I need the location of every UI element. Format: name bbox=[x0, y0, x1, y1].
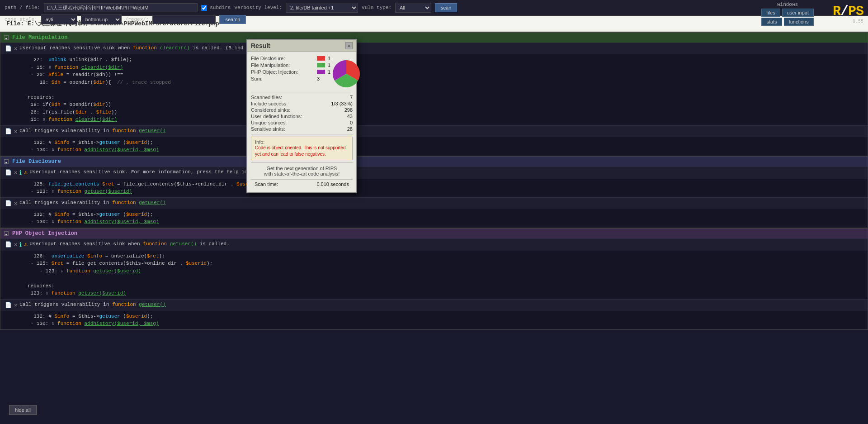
scanned-files-row: Scanned files: 7 bbox=[251, 95, 353, 100]
regex-label: /regex/: bbox=[125, 17, 149, 22]
rips-promo: Get the next generation of RIPS with sta… bbox=[251, 162, 353, 179]
file-disclosure-section: ▪ File Disclosure 📄 ✕ ℹ ⚓ Userinput reac… bbox=[0, 156, 868, 228]
vuln-label: vuln type: bbox=[362, 5, 392, 10]
functions-button[interactable]: functions bbox=[784, 18, 814, 26]
codestyle-label: code style: bbox=[5, 17, 38, 22]
path-label: path / file: bbox=[5, 5, 40, 10]
scan-button[interactable]: scan bbox=[435, 3, 457, 12]
considered-sinks-row: Considered sinks: 298 bbox=[251, 107, 353, 113]
pie-chart bbox=[330, 58, 362, 90]
file-disclosure-title: File Disclosure bbox=[12, 158, 61, 165]
doc-icon6[interactable]: 📄 bbox=[5, 302, 12, 309]
hide-all-button[interactable]: hide all bbox=[9, 405, 37, 415]
sum-row: Sum: 3 bbox=[251, 76, 330, 81]
collapse-icon[interactable]: ▪ bbox=[4, 35, 9, 40]
result-close-button[interactable]: × bbox=[345, 42, 353, 49]
scan-time-label: Scan time: bbox=[255, 181, 278, 187]
user-input-button[interactable]: user input bbox=[782, 9, 814, 17]
php-object-title: PHP Object Injection bbox=[12, 230, 77, 237]
anchor-icon[interactable]: ⚓ bbox=[24, 169, 27, 176]
vuln-type-select[interactable]: All bbox=[395, 3, 431, 13]
info-icon[interactable]: ℹ bbox=[19, 169, 22, 176]
entry-msg4: Call triggers vulnerability in function … bbox=[19, 200, 165, 205]
code-block: 27: unlink unlink($dir . $file); · 15: ⇩… bbox=[0, 54, 868, 125]
rips-logo: R/PS 0.55 bbox=[833, 4, 863, 24]
file-disclosure-row: File Disclosure: 1 bbox=[251, 56, 330, 61]
search-button[interactable]: search bbox=[219, 15, 246, 24]
table-row: 📄 ✕ Userinput reaches sensitive sink whe… bbox=[0, 43, 868, 54]
orientation-select[interactable]: bottom-up bbox=[81, 14, 122, 24]
doc-icon2[interactable]: 📄 bbox=[5, 128, 12, 135]
doc-icon5[interactable]: 📄 bbox=[5, 241, 12, 248]
file-disclosure-header: ▪ File Disclosure bbox=[0, 157, 868, 167]
main-content: Result × File Disclosure: 1 File Manipul… bbox=[0, 32, 868, 330]
user-defined-functions-row: User-defined functions: 43 bbox=[251, 114, 353, 119]
stats-button[interactable]: stats bbox=[761, 18, 782, 26]
x-icon4[interactable]: ✕ bbox=[14, 200, 17, 207]
file-disclosure-color bbox=[317, 56, 325, 61]
regex-input[interactable] bbox=[152, 15, 216, 24]
collapse-icon2[interactable]: ▪ bbox=[4, 159, 9, 164]
file-manipulation-color bbox=[317, 63, 325, 67]
unique-sources-row: Unique sources: 0 bbox=[251, 120, 353, 125]
info-icon2[interactable]: ℹ bbox=[19, 241, 22, 248]
x-icon[interactable]: ✕ bbox=[14, 45, 17, 52]
subdirs-checkbox[interactable] bbox=[201, 5, 207, 11]
doc-icon4[interactable]: 📄 bbox=[5, 200, 12, 207]
result-header: Result × bbox=[247, 40, 356, 52]
table-row: 📄 ✕ Call triggers vulnerability in funct… bbox=[0, 197, 868, 209]
x-icon5[interactable]: ✕ bbox=[14, 241, 17, 248]
topbar: path / file: subdirs verbosity level: 2.… bbox=[0, 0, 868, 16]
file-manipulation-row: File Manipulation: 1 bbox=[251, 62, 330, 68]
path-input[interactable] bbox=[44, 3, 198, 12]
scan-time-row: Scan time: 0.010 seconds bbox=[251, 179, 353, 189]
x-icon2[interactable]: ✕ bbox=[14, 128, 17, 135]
php-object-label: PHP Object Injection: bbox=[251, 69, 314, 75]
subdirs-label: subdirs bbox=[201, 5, 231, 11]
info-box: Info: Code is object oriented. This is n… bbox=[251, 137, 353, 160]
result-popup: Result × File Disclosure: 1 File Manipul… bbox=[246, 39, 357, 193]
x-icon6[interactable]: ✕ bbox=[14, 302, 17, 309]
file-manipulation-header: ▪ File Manipulation bbox=[0, 33, 868, 43]
collapse-icon3[interactable]: ▪ bbox=[4, 231, 9, 236]
sensitive-sinks-row: Sensitive sinks: 28 bbox=[251, 126, 353, 132]
scan-time-value: 0.010 seconds bbox=[316, 181, 349, 187]
windows-label: windows bbox=[777, 2, 798, 7]
file-manipulation-title: File Manipulation bbox=[12, 34, 67, 41]
doc-icon[interactable]: 📄 bbox=[5, 45, 12, 52]
verbosity-label: verbosity level: bbox=[234, 5, 282, 10]
result-body: File Disclosure: 1 File Manipulation: 1 … bbox=[247, 52, 356, 192]
anchor-icon2[interactable]: ⚓ bbox=[24, 241, 27, 248]
verbosity-select[interactable]: 2. file/DB tainted +1 bbox=[286, 3, 358, 13]
entry-msg5: Userinput reaches sensitive sink when fu… bbox=[29, 241, 229, 247]
entry-msg3: Userinput reaches sensitive sink. For mo… bbox=[29, 169, 283, 175]
doc-icon3[interactable]: 📄 bbox=[5, 169, 12, 176]
entry-msg: Userinput reaches sensitive sink when fu… bbox=[19, 45, 270, 51]
php-object-row: PHP Object Injection: 1 bbox=[251, 69, 330, 75]
file-disclosure-label: File Disclosure: bbox=[251, 56, 314, 61]
table-row: 📄 ✕ ℹ ⚓ Userinput reaches sensitive sink… bbox=[0, 238, 868, 251]
code-block2: 132: # $info = $this->getuser ($userid);… bbox=[0, 137, 868, 156]
code-block5: 126: unserialize $info = unserialize($re… bbox=[0, 251, 868, 299]
php-object-section: ▪ PHP Object Injection 📄 ✕ ℹ ⚓ Userinput… bbox=[0, 228, 868, 330]
sum-label: Sum: bbox=[251, 76, 314, 81]
table-row: 📄 ✕ Call triggers vulnerability in funct… bbox=[0, 299, 868, 311]
php-object-header: ▪ PHP Object Injection bbox=[0, 229, 868, 238]
entry-msg6: Call triggers vulnerability in function … bbox=[19, 302, 165, 307]
code-block3: 125: file_get_contents $ret = file_get_c… bbox=[0, 179, 868, 197]
x-icon3[interactable]: ✕ bbox=[14, 169, 17, 176]
codestyle-select[interactable]: ayti bbox=[41, 14, 77, 24]
table-row: 📄 ✕ Call triggers vulnerability in funct… bbox=[0, 125, 868, 137]
php-object-color bbox=[317, 70, 325, 74]
entry-msg2: Call triggers vulnerability in function … bbox=[19, 128, 165, 133]
include-success-row: Include success: 1/3 (33%) bbox=[251, 101, 353, 106]
code-block6: 132: # $info = $this->getuser ($userid);… bbox=[0, 311, 868, 329]
file-manipulation-section: ▪ File Manipulation 📄 ✕ Userinput reache… bbox=[0, 32, 868, 156]
result-title: Result bbox=[251, 42, 270, 49]
files-button[interactable]: files bbox=[761, 9, 780, 17]
file-manipulation-label: File Manipulation: bbox=[251, 62, 314, 68]
windows-section: windows files user input stats functions bbox=[761, 2, 814, 26]
code-block4: 132: # $info = $this->getuser ($userid);… bbox=[0, 209, 868, 228]
table-row: 📄 ✕ ℹ ⚓ Userinput reaches sensitive sink… bbox=[0, 167, 868, 179]
sum-value: 3 bbox=[317, 76, 320, 81]
